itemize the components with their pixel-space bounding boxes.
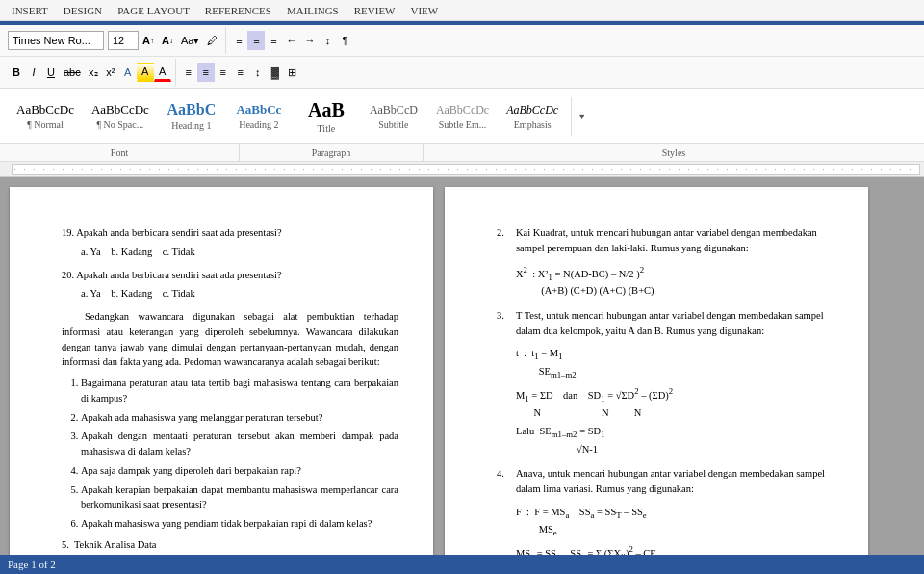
- style-nospace-preview: AaBbCcDc: [91, 102, 149, 117]
- styles-gallery: AaBbCcDc ¶ Normal AaBbCcDc ¶ No Spac... …: [0, 89, 924, 144]
- style-title[interactable]: AaB Title: [293, 91, 360, 142]
- styles-group-label: Styles: [424, 147, 924, 158]
- align-group: ≡ ≡ ≡ ≡ ↕ ▓ ⊞: [176, 59, 305, 86]
- align-center-button[interactable]: ≡: [197, 63, 215, 82]
- formula-kai-kuadrat: X2 : X²1 = N(AD-BC) – N/2 )2 (A+B) (C+D)…: [516, 264, 834, 299]
- style-subtle-preview: AaBbCcDc: [436, 103, 489, 117]
- q19: 19. Apakah anda berbicara sendiri saat a…: [62, 225, 398, 260]
- font-group-label: Font: [0, 147, 239, 158]
- style-emphasis-preview: AaBbCcDc: [506, 103, 558, 117]
- ruler-inner: [12, 164, 920, 175]
- document-area: 19. Apakah anda berbicara sendiri saat a…: [0, 177, 924, 574]
- format-group: B I U abc x₂ x² A A A: [4, 59, 176, 86]
- menu-bar: INSERT DESIGN PAGE LAYOUT REFERENCES MAI…: [0, 0, 924, 21]
- style-subtle-emphasis[interactable]: AaBbCcDc Subtle Em...: [427, 91, 498, 142]
- toolbar-row2: B I U abc x₂ x² A A A ≡ ≡ ≡ ≡ ↕ ▓ ⊞: [0, 57, 924, 89]
- style-normal[interactable]: AaBbCcDc ¶ Normal: [8, 91, 83, 142]
- align-right-button[interactable]: ≡: [215, 63, 232, 82]
- toolbar-row1: A↑ A↓ Aa▾ 🖊 ≡ ≡ ≡ ← → ↕ ¶: [0, 25, 924, 57]
- bold-button[interactable]: B: [8, 63, 25, 82]
- increase-indent-button[interactable]: →: [300, 31, 319, 50]
- multilevel-button[interactable]: ≡: [265, 31, 282, 50]
- style-title-preview: AaB: [308, 99, 345, 121]
- font-color-button[interactable]: A: [154, 63, 171, 82]
- style-subtitle-preview: AaBbCcD: [370, 103, 418, 117]
- text-effects-button[interactable]: A: [119, 63, 137, 82]
- style-subtle-label: Subtle Em...: [439, 119, 486, 130]
- style-nospace-label: ¶ No Spac...: [97, 119, 144, 130]
- page-right: 2. Kai Kuadrat, untuk mencari hubungan a…: [445, 187, 868, 574]
- styles-expand-button[interactable]: ▼: [576, 110, 588, 123]
- list-item: Apakah ada mahasiswa yang melanggar pera…: [81, 410, 398, 426]
- borders-button[interactable]: ⊞: [284, 63, 301, 82]
- formula-t-test: t : t1 = M1 SEm1–m2 M1 = ΣD dan SD1 = √Σ…: [516, 346, 834, 457]
- subscript-button[interactable]: x₂: [85, 63, 102, 82]
- list-item: Bagaimana peraturan atau tata tertib bag…: [81, 376, 398, 406]
- section5-title: 5. Teknik Analisa Data: [62, 537, 398, 553]
- menu-page-layout[interactable]: PAGE LAYOUT: [110, 3, 197, 18]
- ruler: [0, 162, 924, 177]
- font-name-input[interactable]: [8, 31, 104, 50]
- style-emphasis[interactable]: AaBbCcDc Emphasis: [498, 91, 567, 142]
- list-item: Apakah dengan mentaati peraturan tersebu…: [81, 429, 398, 459]
- ribbon-groups-bar: Font Paragraph Styles: [0, 144, 924, 162]
- line-spacing-button[interactable]: ↕: [249, 63, 267, 82]
- highlight-button[interactable]: A: [137, 63, 154, 82]
- show-marks-button[interactable]: ¶: [336, 31, 353, 50]
- stat-item-4: 4. Anava, untuk mencari hubungan antar v…: [497, 466, 834, 497]
- q20: 20. Apakah anda berbicara sendiri saat a…: [62, 268, 398, 302]
- sort-button[interactable]: ↕: [319, 31, 336, 50]
- status-text: Page 1 of 2: [8, 559, 56, 570]
- italic-button[interactable]: I: [25, 63, 42, 82]
- stat-item-3: 3. T Test, untuk mencari hubungan antar …: [497, 308, 834, 339]
- list-item: Apakah mahasiswa yang pendiam tidak berp…: [81, 516, 398, 532]
- style-h1-preview: AaBbC: [167, 101, 217, 118]
- menu-mailings[interactable]: MAILINGS: [279, 3, 346, 18]
- menu-view[interactable]: VIEW: [402, 3, 446, 18]
- shading-button[interactable]: ▓: [267, 63, 284, 82]
- menu-review[interactable]: REVIEW: [346, 3, 403, 18]
- style-heading2[interactable]: AaBbCc Heading 2: [225, 91, 293, 142]
- underline-button[interactable]: U: [42, 63, 60, 82]
- align-left-button[interactable]: ≡: [180, 63, 197, 82]
- menu-design[interactable]: DESIGN: [56, 3, 110, 18]
- list-item: Apa saja dampak yang diperoleh dari berp…: [81, 463, 398, 479]
- paragraph-group-label: Paragraph: [240, 147, 423, 158]
- change-case-button[interactable]: Aa▾: [177, 31, 203, 50]
- stat-item-2: 2. Kai Kuadrat, untuk mencari hubungan a…: [497, 225, 834, 256]
- style-title-label: Title: [318, 123, 336, 134]
- bullets-button[interactable]: ≡: [230, 31, 247, 50]
- font-size-input[interactable]: [108, 31, 139, 50]
- font-group: A↑ A↓ Aa▾ 🖊: [4, 27, 226, 54]
- status-bar: Page 1 of 2: [0, 555, 924, 574]
- strikethrough-button[interactable]: abc: [60, 63, 85, 82]
- style-nospace[interactable]: AaBbCcDc ¶ No Spac...: [83, 91, 158, 142]
- style-normal-label: ¶ Normal: [27, 119, 64, 130]
- font-shrink-button[interactable]: A↓: [158, 31, 177, 50]
- page-left: 19. Apakah anda berbicara sendiri saat a…: [10, 187, 433, 574]
- numbering-button[interactable]: ≡: [247, 31, 265, 50]
- style-subtitle[interactable]: AaBbCcD Subtitle: [360, 91, 427, 142]
- interview-list: Bagaimana peraturan atau tata tertib bag…: [81, 376, 398, 532]
- clear-format-button[interactable]: 🖊: [203, 31, 221, 50]
- decrease-indent-button[interactable]: ←: [282, 31, 300, 50]
- justify-button[interactable]: ≡: [232, 63, 249, 82]
- style-emphasis-label: Emphasis: [514, 119, 552, 130]
- paragraph-group: ≡ ≡ ≡ ← → ↕ ¶: [226, 27, 357, 54]
- menu-insert[interactable]: INSERT: [4, 3, 56, 18]
- style-h2-preview: AaBbCc: [236, 102, 281, 117]
- style-h1-label: Heading 1: [171, 120, 211, 131]
- style-heading1[interactable]: AaBbC Heading 1: [158, 91, 225, 142]
- list-item: Apakah kerapian berpakaian dapat membant…: [81, 483, 398, 513]
- font-grow-button[interactable]: A↑: [139, 31, 158, 50]
- style-normal-preview: AaBbCcDc: [16, 102, 74, 117]
- style-h2-label: Heading 2: [239, 119, 278, 130]
- menu-references[interactable]: REFERENCES: [197, 3, 279, 18]
- style-subtitle-label: Subtitle: [378, 119, 408, 130]
- superscript-button[interactable]: x²: [102, 63, 119, 82]
